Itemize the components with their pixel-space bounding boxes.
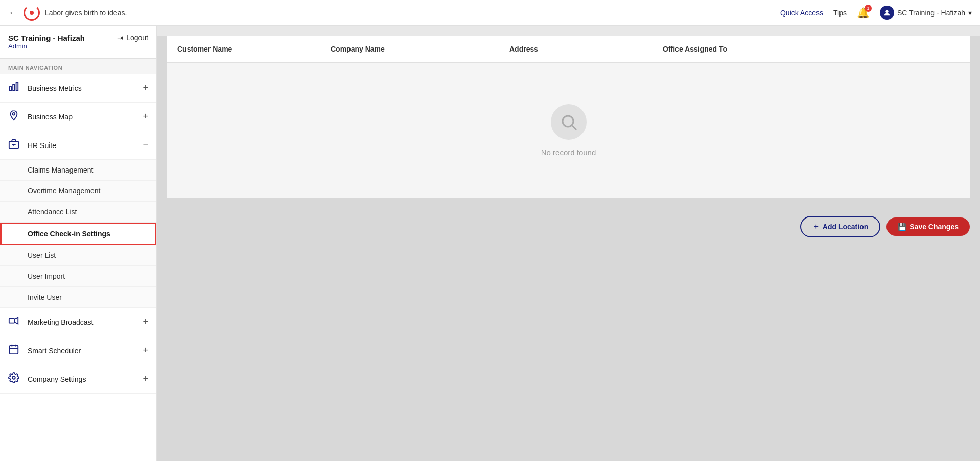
business-metrics-icon [8,81,22,95]
marketing-broadcast-toggle[interactable]: + [143,317,148,327]
save-icon: 💾 [898,223,906,231]
user-label: SC Training - Hafizah [897,9,965,17]
logout-button[interactable]: ⇥ Logout [117,34,148,42]
svg-rect-9 [10,346,18,354]
business-map-icon [8,110,22,124]
smart-scheduler-toggle[interactable]: + [143,345,148,356]
sidebar-user-section: SC Training - Hafizah Admin ⇥ Logout [0,26,156,59]
company-settings-toggle[interactable]: + [143,374,148,384]
col-address: Address [499,36,652,62]
svg-point-13 [12,376,15,379]
marketing-broadcast-icon [8,315,22,329]
sidebar-item-user-list[interactable]: User List [0,245,156,266]
header-left: ← Labor gives birth to ideas. [8,5,127,21]
sidebar-item-office-checkin-settings[interactable]: Office Check-in Settings [0,223,156,245]
sidebar-item-marketing-broadcast[interactable]: Marketing Broadcast + [0,308,156,336]
chevron-down-icon: ▾ [968,9,972,17]
col-company-name: Company Name [320,36,499,62]
main-layout: SC Training - Hafizah Admin ⇥ Logout MAI… [0,26,980,461]
user-avatar [880,6,894,20]
bottom-actions: ＋ Add Location 💾 Save Changes [157,208,980,246]
svg-rect-1 [10,87,12,90]
hr-suite-icon [8,138,22,152]
add-location-label: Add Location [823,223,868,231]
hr-suite-toggle[interactable]: − [143,140,148,151]
sidebar: SC Training - Hafizah Admin ⇥ Logout MAI… [0,26,157,461]
sidebar-item-hr-suite[interactable]: HR Suite − [0,131,156,160]
svg-point-14 [563,116,573,127]
sidebar-user-name: SC Training - Hafizah [8,34,85,42]
business-map-toggle[interactable]: + [143,111,148,122]
col-office-assigned: Office Assigned To [652,36,970,62]
svg-point-0 [885,10,888,12]
business-metrics-toggle[interactable]: + [143,83,148,93]
quick-access-link[interactable]: Quick Access [780,9,823,17]
sidebar-item-label-business-map: Business Map [28,113,143,121]
add-location-plus-icon: ＋ [812,222,820,231]
main-panel: Customer Name Company Name Address Offic… [157,36,980,461]
smart-scheduler-icon [8,344,22,357]
sidebar-item-label-company-settings: Company Settings [28,375,143,383]
logout-icon: ⇥ [117,34,123,42]
table-header: Customer Name Company Name Address Offic… [167,36,970,63]
user-menu[interactable]: SC Training - Hafizah ▾ [880,6,972,20]
svg-line-15 [572,126,576,130]
hr-suite-sub-items: Claims Management Overtime Management At… [0,160,156,308]
company-settings-icon [8,372,22,386]
sidebar-item-company-settings[interactable]: Company Settings + [0,365,156,394]
header-tagline: Labor gives birth to ideas. [45,9,127,17]
svg-rect-2 [13,84,15,90]
notification-bell[interactable]: 🔔 1 [857,7,870,19]
empty-state-text: No record found [541,148,596,157]
sidebar-item-invite-user[interactable]: Invite User [0,287,156,308]
save-changes-button[interactable]: 💾 Save Changes [886,217,970,236]
sidebar-item-label-hr-suite: HR Suite [28,141,143,150]
logo-icon [24,5,40,21]
data-table-container: Customer Name Company Name Address Offic… [167,36,970,198]
sidebar-item-smart-scheduler[interactable]: Smart Scheduler + [0,336,156,365]
empty-state: No record found [167,63,970,198]
svg-rect-3 [16,83,18,91]
tips-link[interactable]: Tips [833,9,847,17]
sidebar-item-label-business-metrics: Business Metrics [28,84,143,92]
top-header: ← Labor gives birth to ideas. Quick Acce… [0,0,980,26]
svg-rect-8 [9,318,14,323]
sidebar-item-label-marketing-broadcast: Marketing Broadcast [28,318,143,326]
sidebar-item-business-map[interactable]: Business Map + [0,103,156,131]
sidebar-item-claims-management[interactable]: Claims Management [0,160,156,181]
sidebar-item-business-metrics[interactable]: Business Metrics + [0,74,156,103]
sidebar-item-overtime-management[interactable]: Overtime Management [0,181,156,202]
sidebar-item-label-smart-scheduler: Smart Scheduler [28,347,143,355]
save-changes-label: Save Changes [909,223,959,231]
empty-search-icon [551,104,587,140]
sidebar-user-info: SC Training - Hafizah Admin [8,34,85,50]
header-right: Quick Access Tips 🔔 1 SC Training - Hafi… [780,6,972,20]
nav-section-label: MAIN NAVIGATION [0,59,156,74]
svg-point-4 [13,113,15,115]
notif-badge: 1 [865,5,872,12]
content-area: Customer Name Company Name Address Offic… [157,26,980,461]
sidebar-item-attendance-list[interactable]: Attendance List [0,202,156,223]
sidebar-user-role: Admin [8,42,85,50]
back-button[interactable]: ← [8,7,18,18]
add-location-button[interactable]: ＋ Add Location [800,216,880,237]
sidebar-item-user-import[interactable]: User Import [0,266,156,287]
search-svg-icon [559,113,578,131]
logout-label: Logout [126,34,148,42]
col-customer-name: Customer Name [167,36,320,62]
